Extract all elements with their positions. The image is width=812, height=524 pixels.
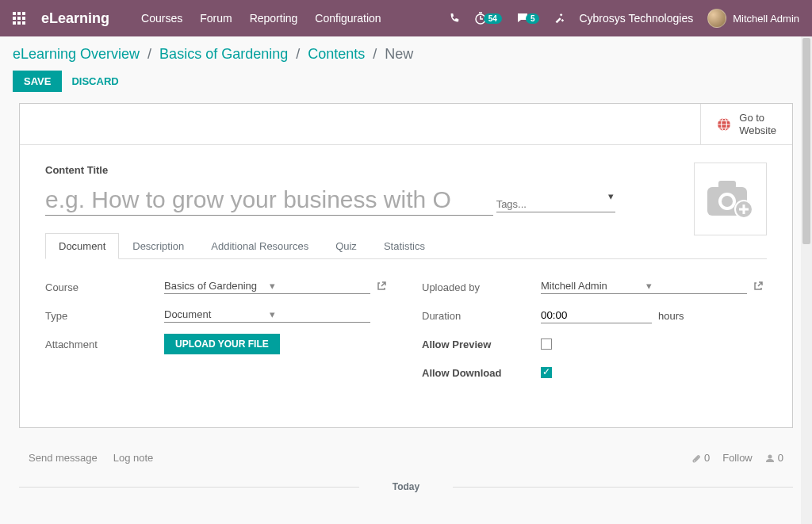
external-link-icon[interactable] [753, 281, 763, 293]
timer-badge: 54 [484, 13, 502, 24]
save-button[interactable]: SAVE [13, 71, 62, 92]
nav-courses[interactable]: Courses [141, 12, 182, 25]
today-separator: Today [19, 481, 793, 492]
brand[interactable]: eLearning [41, 10, 109, 27]
allow-download-checkbox[interactable] [541, 367, 552, 378]
camera-plus-icon [706, 179, 755, 219]
follow-button[interactable]: Follow [722, 452, 753, 464]
title-input[interactable] [45, 185, 493, 216]
crumb-current: New [385, 46, 413, 63]
crumb-course[interactable]: Basics of Gardening [159, 46, 288, 63]
allow-preview-checkbox[interactable] [541, 338, 552, 350]
image-upload[interactable] [694, 163, 767, 235]
chevron-down-icon[interactable]: ▾ [270, 308, 370, 320]
company-name[interactable]: Cybrosys Technologies [579, 12, 693, 25]
svg-point-6 [722, 196, 733, 207]
scrollbar[interactable] [801, 36, 812, 524]
user-name: Mitchell Admin [733, 13, 799, 25]
crumb-overview[interactable]: eLearning Overview [13, 46, 140, 63]
external-link-icon[interactable] [377, 281, 386, 293]
goto-website-button[interactable]: Go to Website [700, 104, 792, 144]
tags-input[interactable] [496, 197, 615, 212]
label-course: Course [45, 281, 164, 293]
phone-icon[interactable] [449, 13, 460, 24]
tools-icon[interactable] [553, 13, 565, 24]
svg-rect-4 [718, 181, 736, 189]
tab-document[interactable]: Document [45, 233, 119, 259]
timer-icon[interactable]: 54 [474, 12, 502, 25]
nav-forum[interactable]: Forum [200, 12, 232, 25]
followers[interactable]: 0 [765, 452, 783, 464]
nav-reporting[interactable]: Reporting [250, 12, 298, 25]
crumb-contents[interactable]: Contents [308, 46, 365, 63]
label-uploadedby: Uploaded by [422, 281, 541, 293]
attachments[interactable]: 0 [691, 452, 710, 464]
globe-icon [717, 117, 731, 132]
label-download: Allow Download [422, 367, 541, 379]
uploadedby-field[interactable]: Mitchell Admin ▾ [541, 280, 747, 294]
svg-point-8 [768, 454, 772, 458]
duration-unit: hours [658, 310, 684, 322]
label-attachment: Attachment [45, 338, 164, 350]
chevron-down-icon[interactable]: ▾ [646, 280, 747, 292]
chat-icon[interactable]: 5 [516, 12, 540, 25]
duration-input[interactable] [541, 308, 652, 323]
label-duration: Duration [422, 310, 541, 322]
tab-description[interactable]: Description [119, 233, 197, 258]
label-preview: Allow Preview [422, 338, 541, 350]
label-type: Type [45, 310, 164, 322]
type-field[interactable]: Document ▾ [164, 308, 370, 323]
apps-icon[interactable] [13, 12, 25, 25]
chat-badge: 5 [526, 13, 540, 24]
title-label: Content Title [45, 164, 767, 176]
upload-button[interactable]: UPLOAD YOUR FILE [164, 334, 280, 354]
user-icon [765, 453, 775, 463]
breadcrumb: eLearning Overview / Basics of Gardening… [13, 46, 799, 63]
log-note[interactable]: Log note [113, 452, 154, 464]
nav-configuration[interactable]: Configuration [315, 12, 381, 25]
course-field[interactable]: Basics of Gardening ▾ [164, 280, 370, 294]
discard-button[interactable]: DISCARD [71, 71, 118, 92]
tab-quiz[interactable]: Quiz [322, 233, 370, 258]
tab-resources[interactable]: Additional Resources [197, 233, 322, 258]
avatar [707, 9, 726, 28]
chevron-down-icon[interactable]: ▾ [270, 280, 370, 292]
user-menu[interactable]: Mitchell Admin [707, 9, 799, 28]
paperclip-icon [691, 453, 701, 463]
tab-statistics[interactable]: Statistics [370, 233, 439, 258]
scrollbar-thumb[interactable] [802, 38, 810, 244]
send-message[interactable]: Send message [29, 452, 98, 464]
